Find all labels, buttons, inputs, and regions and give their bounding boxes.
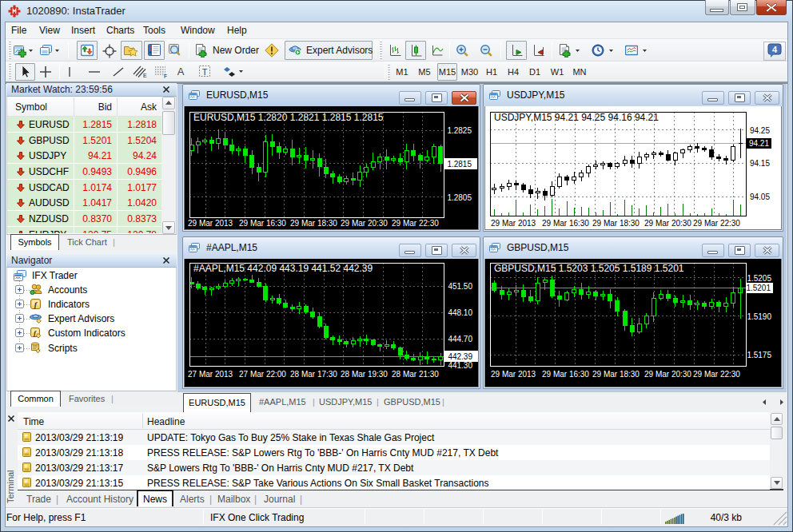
- svg-text:29 Mar 16:30: 29 Mar 16:30: [542, 370, 589, 379]
- svg-text:1.2815: 1.2815: [447, 160, 472, 169]
- svg-text:USDJPY,M15 94.21 94.25 94.16: USDJPY,M15 94.21 94.25 94.16 94.21: [494, 112, 659, 123]
- svg-text:GBPUSD,M15 1.5203 1.5205 1.51: GBPUSD,M15 1.5203 1.5205 1.5189 1.5201: [494, 263, 684, 274]
- svg-text:27 Mar 2013: 27 Mar 2013: [188, 370, 233, 379]
- svg-text:444.70: 444.70: [448, 335, 472, 343]
- svg-text:29 Mar 18:30: 29 Mar 18:30: [592, 219, 640, 228]
- svg-text:4: 4: [772, 45, 778, 54]
- svg-text:29 Mar 22:30: 29 Mar 22:30: [392, 219, 439, 228]
- svg-text:T: T: [202, 67, 208, 77]
- svg-text:29 Mar 20:30: 29 Mar 20:30: [341, 219, 388, 228]
- svg-text:28 Mar 17:30: 28 Mar 17:30: [290, 370, 337, 379]
- svg-text:1.5175: 1.5175: [747, 351, 771, 359]
- svg-text:29 Mar 18:30: 29 Mar 18:30: [290, 219, 337, 228]
- svg-text:451.50: 451.50: [448, 282, 472, 291]
- svg-text:29 Mar 2013: 29 Mar 2013: [491, 219, 536, 228]
- svg-text:441.30: 441.30: [448, 361, 472, 370]
- svg-text:28 Mar 19:30: 28 Mar 19:30: [341, 370, 388, 379]
- svg-text:1.2805: 1.2805: [447, 193, 472, 202]
- svg-text:442.39: 442.39: [448, 352, 472, 361]
- svg-text:94.15: 94.15: [750, 159, 770, 168]
- svg-text:1.5205: 1.5205: [747, 274, 771, 283]
- svg-text:29 Mar 22:30: 29 Mar 22:30: [693, 219, 740, 228]
- svg-text:29 Mar 22:30: 29 Mar 22:30: [693, 370, 740, 379]
- svg-text:27 Mar 22:00: 27 Mar 22:00: [239, 370, 286, 379]
- svg-text:29 Mar 18:30: 29 Mar 18:30: [592, 370, 640, 379]
- svg-text:29 Mar 20:30: 29 Mar 20:30: [644, 370, 691, 379]
- svg-text:29 Mar 16:30: 29 Mar 16:30: [542, 219, 589, 228]
- svg-text:1.5190: 1.5190: [747, 312, 771, 321]
- svg-text:1.2825: 1.2825: [447, 126, 472, 135]
- svg-text:F: F: [164, 73, 167, 79]
- svg-text:94.05: 94.05: [750, 193, 770, 201]
- svg-text:29 Mar 2013: 29 Mar 2013: [188, 219, 233, 228]
- svg-text:29 Mar 16:30: 29 Mar 16:30: [239, 219, 286, 228]
- svg-text:94.25: 94.25: [750, 126, 770, 135]
- svg-text:29 Mar 20:30: 29 Mar 20:30: [644, 219, 691, 228]
- svg-text:28 Mar 21:30: 28 Mar 21:30: [392, 370, 439, 379]
- svg-text:A: A: [177, 66, 185, 77]
- svg-text:448.10: 448.10: [448, 308, 472, 317]
- svg-text:94.21: 94.21: [749, 139, 769, 148]
- svg-text:E: E: [143, 73, 147, 78]
- svg-text:1.5201: 1.5201: [746, 284, 771, 292]
- svg-text:EURUSD,M15 1.2820 1.2821 1.28: EURUSD,M15 1.2820 1.2821 1.2815 1.2815: [193, 112, 384, 123]
- svg-text:#AAPL,M15 442.09 443.19 441.5: #AAPL,M15 442.09 443.19 441.52 442.39: [193, 263, 373, 274]
- svg-text:29 Mar 2013: 29 Mar 2013: [491, 370, 536, 379]
